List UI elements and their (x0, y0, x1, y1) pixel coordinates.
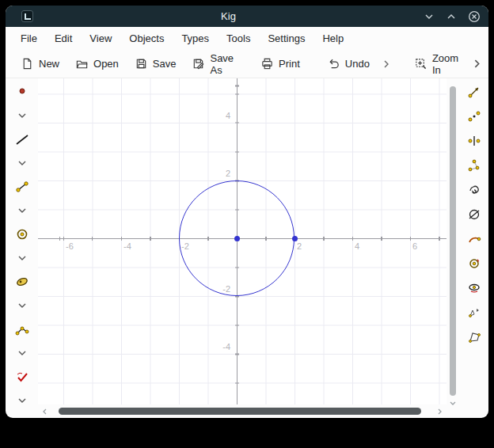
save-button[interactable]: Save (127, 53, 184, 74)
scroll-down-arrow-icon[interactable] (448, 397, 458, 412)
scale-tool-icon[interactable] (467, 158, 481, 173)
rotate-around-point-tool-icon[interactable] (467, 256, 481, 271)
open-button[interactable]: Open (68, 53, 126, 74)
vertical-scroll-thumb[interactable] (450, 86, 456, 396)
toolbar-overflow-chevron-icon[interactable] (469, 55, 485, 73)
rotate-tool-icon[interactable] (467, 183, 481, 197)
scroll-left-arrow-icon[interactable] (41, 404, 49, 419)
point-reflection-tool-icon[interactable] (467, 109, 481, 123)
titlebar: Kig (6, 6, 488, 27)
undo-history-chevron-icon[interactable] (378, 55, 394, 73)
menu-view[interactable]: View (82, 29, 119, 47)
vertical-scrollbar[interactable] (446, 78, 459, 418)
main-toolbar: New Open Save Save As Print (6, 50, 488, 78)
menu-settings[interactable]: Settings (260, 29, 312, 47)
undo-icon (327, 57, 340, 70)
menu-tools[interactable]: Tools (219, 29, 257, 47)
menubar: File Edit View Objects Types Tools Setti… (6, 27, 488, 50)
window-controls (424, 10, 481, 23)
new-label: New (39, 58, 59, 70)
test-tool-chevron-down-icon[interactable] (15, 393, 29, 408)
horizontal-scrollbar[interactable] (38, 404, 446, 418)
x-tick-label: -6 (66, 241, 74, 251)
x-tick-label: -4 (124, 241, 131, 251)
point-tool-icon[interactable] (15, 85, 29, 99)
kig-window: Kig File Edit View Objects Types Tools S… (6, 6, 488, 418)
test-tool-icon[interactable] (15, 370, 29, 384)
close-icon[interactable] (468, 10, 481, 23)
angle-tool-chevron-down-icon[interactable] (15, 346, 29, 360)
translate-tool-icon[interactable] (467, 85, 481, 99)
y-tick-label: -4 (205, 342, 230, 351)
point-tool-chevron-down-icon[interactable] (15, 108, 29, 123)
angle-tool-icon[interactable] (15, 322, 29, 336)
circle-tool-icon[interactable] (15, 227, 29, 241)
open-folder-icon (75, 57, 89, 70)
save-as-button[interactable]: Save As (184, 48, 241, 80)
window-title: Kig (33, 10, 424, 22)
point-object[interactable] (234, 236, 240, 241)
line-tool-icon[interactable] (15, 132, 29, 146)
app-icon (21, 10, 33, 22)
circle-tool-chevron-down-icon[interactable] (15, 251, 29, 265)
maximize-icon[interactable] (446, 11, 457, 22)
open-label: Open (93, 58, 119, 70)
y-tick-label: 2 (205, 169, 230, 178)
geometry-canvas[interactable]: -6 -4 -2 2 4 6 4 2 -2 -4 (38, 78, 446, 404)
similitude-tool-icon[interactable] (467, 306, 481, 320)
line-tool-chevron-down-icon[interactable] (15, 156, 29, 170)
polygon-tool-icon[interactable] (467, 330, 481, 344)
zoom-in-button[interactable]: Zoom In (407, 48, 466, 80)
ellipse-tool-icon[interactable] (467, 281, 481, 295)
conic-tool-chevron-down-icon[interactable] (15, 298, 29, 313)
inversion-tool-icon[interactable] (467, 207, 481, 222)
print-button[interactable]: Print (253, 53, 307, 74)
conic-tool-icon[interactable] (15, 275, 29, 289)
new-document-icon (21, 57, 34, 70)
axial-reflection-tool-icon[interactable] (467, 134, 481, 148)
canvas-column: -6 -4 -2 2 4 6 4 2 -2 -4 (38, 78, 446, 418)
print-label: Print (279, 58, 300, 70)
point-object[interactable] (292, 236, 298, 241)
segment-tool-icon[interactable] (15, 180, 29, 194)
horizontal-scroll-thumb[interactable] (59, 408, 421, 415)
x-tick-label: 4 (355, 241, 359, 251)
print-icon (260, 57, 274, 70)
x-tick-label: 6 (412, 241, 417, 251)
left-toolbar (6, 78, 38, 418)
menu-objects[interactable]: Objects (122, 29, 171, 47)
undo-label: Undo (345, 58, 370, 70)
x-tick-label: 2 (297, 241, 302, 251)
zoom-in-icon (414, 57, 428, 70)
content-row: -6 -4 -2 2 4 6 4 2 -2 -4 (6, 78, 488, 418)
minimize-icon[interactable] (424, 11, 435, 22)
save-icon (135, 57, 148, 70)
undo-button[interactable]: Undo (320, 53, 377, 74)
menu-types[interactable]: Types (174, 29, 216, 47)
menu-edit[interactable]: Edit (48, 29, 79, 47)
save-as-label: Save As (210, 52, 234, 76)
zoom-in-label: Zoom In (432, 52, 458, 76)
menu-help[interactable]: Help (315, 29, 351, 47)
new-button[interactable]: New (13, 53, 66, 74)
save-as-icon (192, 57, 205, 70)
arc-tool-icon[interactable] (467, 232, 481, 246)
y-tick-label: 4 (205, 111, 230, 120)
horizontal-scroll-track[interactable] (52, 404, 432, 418)
scroll-right-arrow-icon[interactable] (435, 404, 443, 419)
save-label: Save (153, 58, 177, 70)
right-toolbar (459, 78, 488, 418)
segment-tool-chevron-down-icon[interactable] (15, 203, 29, 218)
menu-file[interactable]: File (13, 29, 44, 47)
